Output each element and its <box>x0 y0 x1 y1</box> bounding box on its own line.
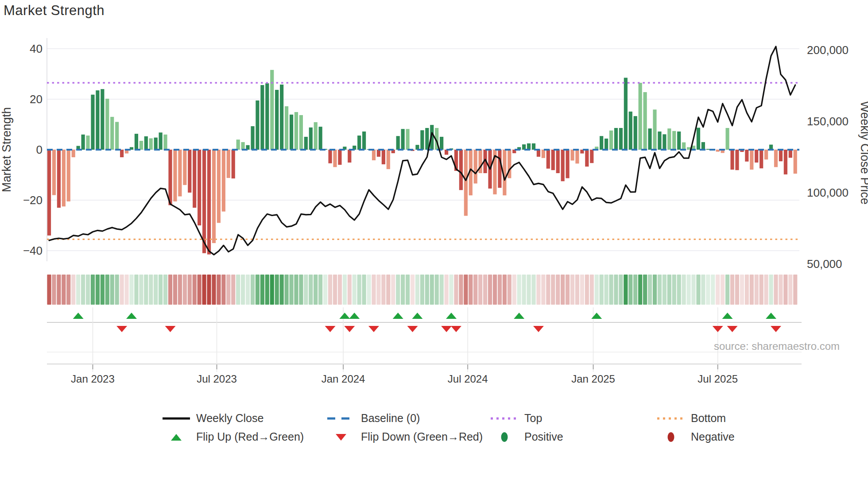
legend-label: Bottom <box>691 412 726 425</box>
strength-bar <box>232 150 235 178</box>
strength-bar <box>697 128 700 150</box>
heatmap-cell <box>91 275 95 305</box>
legend-item-positive: Positive <box>490 430 563 443</box>
strength-bar <box>299 115 303 150</box>
strength-bar <box>764 150 768 159</box>
strength-bar <box>546 150 550 169</box>
dotted-line-swatch-icon <box>490 417 519 420</box>
strength-bar <box>750 150 753 170</box>
heatmap-cell <box>585 275 589 305</box>
heatmap-cell <box>430 275 434 305</box>
heatmap-cell <box>159 275 163 305</box>
heatmap-cell <box>672 275 676 305</box>
strength-bar <box>280 85 283 150</box>
strength-bar <box>140 141 143 150</box>
heatmap-cell <box>449 275 453 305</box>
heatmap-cell <box>265 275 269 305</box>
heatmap-cell <box>318 275 322 305</box>
heatmap-cell <box>62 275 66 305</box>
flip-up-marker <box>446 313 457 319</box>
heatmap-cell <box>188 275 192 305</box>
heatmap-cell <box>168 275 172 305</box>
strength-bar <box>168 150 172 205</box>
heatmap-cell <box>333 275 337 305</box>
legend-label: Top <box>524 412 542 425</box>
strength-bar <box>561 150 565 181</box>
strength-bar <box>217 150 221 223</box>
flip-up-marker <box>126 313 137 319</box>
heatmap-cell <box>517 275 521 305</box>
strength-bar <box>372 150 376 160</box>
flip-down-marker <box>116 326 127 332</box>
heatmap-cell <box>686 275 690 305</box>
strength-bar <box>745 150 748 162</box>
strength-bar <box>784 150 787 174</box>
strength-bar <box>188 150 191 193</box>
strength-bar <box>227 150 230 178</box>
green-dot-icon <box>490 432 519 442</box>
strength-bar <box>357 136 361 150</box>
heatmap-cell <box>701 275 705 305</box>
heatmap-cell <box>488 275 492 305</box>
strength-bar <box>149 138 153 150</box>
market-strength-dashboard: Market Strength Jan 2023Jul 2023Jan 2024… <box>0 0 868 488</box>
heatmap-cell <box>260 275 264 305</box>
strength-bar <box>309 128 313 150</box>
strength-bar <box>760 150 763 168</box>
strength-bar <box>198 150 201 225</box>
strength-bar <box>304 137 308 150</box>
heatmap-cell <box>512 275 516 305</box>
heatmap-cell <box>328 275 332 305</box>
strength-bar <box>333 150 337 167</box>
heatmap-cell <box>376 275 380 305</box>
strength-bar <box>256 101 259 150</box>
strength-bar <box>222 150 225 212</box>
heatmap-cell <box>304 275 308 305</box>
legend-label: Baseline (0) <box>361 412 420 425</box>
heatmap-cell <box>353 275 356 305</box>
heatmap-cell <box>198 275 202 305</box>
strength-bar <box>663 134 666 150</box>
heatmap-cell <box>221 275 225 305</box>
heatmap-cell <box>561 275 565 305</box>
strength-bar <box>667 128 671 150</box>
strength-bar <box>285 106 288 150</box>
legend-item-negative: Negative <box>656 430 735 443</box>
heatmap-cell <box>493 275 497 305</box>
strength-bar <box>498 150 501 188</box>
heatmap-cell <box>275 275 279 305</box>
heatmap-cell <box>226 275 230 305</box>
heatmap-cell <box>648 275 652 305</box>
strength-bar <box>154 138 158 150</box>
heatmap-cell <box>299 275 303 305</box>
heatmap-cell <box>348 275 352 305</box>
heatmap-cell <box>663 275 666 305</box>
flip-down-marker <box>165 326 176 332</box>
strength-bar <box>183 150 186 185</box>
flip-marker-strip: Jan 2023Jul 2023Jan 2024Jul 2024Jan 2025… <box>47 307 802 385</box>
left-tick-label: −20 <box>23 194 43 207</box>
heatmap-cell <box>764 275 768 305</box>
heatmap-cell <box>721 275 725 305</box>
heatmap-cell <box>309 275 313 305</box>
reference-lines <box>47 83 799 239</box>
strength-bar <box>290 115 293 150</box>
strength-bar <box>639 83 642 150</box>
strength-bar <box>570 150 574 161</box>
heatmap-cell <box>96 275 100 305</box>
heatmap-cell <box>76 275 80 305</box>
strength-bar <box>774 150 778 167</box>
heatmap-cell <box>386 275 390 305</box>
heatmap-cell <box>677 275 681 305</box>
strength-bar <box>115 122 119 150</box>
heatmap-cell <box>338 275 342 305</box>
heatmap-cell <box>173 275 177 305</box>
left-tick-label: 40 <box>30 42 43 55</box>
heatmap-cell <box>246 275 250 305</box>
heatmap-cell <box>624 275 628 305</box>
heatmap-cell <box>314 275 318 305</box>
strength-bar <box>585 150 589 167</box>
heatmap-cell <box>66 275 70 305</box>
x-tick-label: Jan 2023 <box>71 373 115 385</box>
strength-bar <box>401 129 405 150</box>
